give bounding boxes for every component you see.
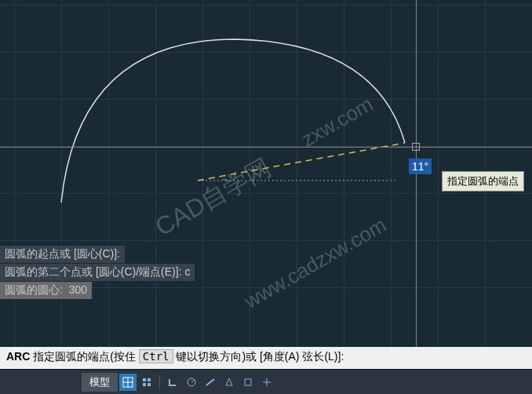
- active-command: ARC: [6, 350, 30, 363]
- history-line: 圆弧的起点或 [圆心(C)]:: [0, 246, 125, 263]
- svg-rect-12: [245, 379, 251, 385]
- dyn-input-icon[interactable]: [258, 374, 275, 391]
- isoplane-icon[interactable]: [202, 374, 219, 391]
- osnap-tracking-icon[interactable]: [239, 374, 257, 391]
- snap-mode-icon[interactable]: [138, 374, 155, 391]
- command-input-bar[interactable]: ARC 指定圆弧的端点(按住 Ctrl 键以切换方向)或 [角度(A) 弦长(L…: [0, 347, 532, 369]
- svg-rect-6: [148, 378, 151, 381]
- svg-line-0: [198, 143, 405, 181]
- ortho-mode-icon[interactable]: [164, 374, 181, 391]
- cursor-pickbox: [412, 143, 420, 151]
- angle-unit: °: [425, 160, 429, 173]
- crosshair-horizontal: [0, 147, 532, 148]
- grid-toggle-icon[interactable]: [119, 374, 137, 391]
- model-tab-button[interactable]: 模型: [82, 373, 118, 392]
- dynamic-angle-input[interactable]: 11°: [409, 159, 432, 174]
- dynamic-prompt-tooltip: 指定圆弧的端点: [442, 171, 524, 192]
- history-line: 圆弧的第二个点或 [圆心(C)/端点(E)]: c: [0, 264, 195, 281]
- status-bar: 模型: [0, 370, 532, 394]
- svg-rect-7: [143, 383, 146, 386]
- command-history: 圆弧的起点或 [圆心(C)]: 圆弧的第二个点或 [圆心(C)/端点(E)]: …: [0, 246, 195, 300]
- command-prompt-text: 键以切换方向)或 [角度(A) 弦长(L)]:: [176, 350, 344, 363]
- object-snap-icon[interactable]: [220, 374, 238, 391]
- key-hint: Ctrl: [139, 349, 173, 363]
- svg-line-11: [206, 379, 214, 385]
- svg-rect-5: [143, 378, 146, 381]
- drawing-canvas[interactable]: CAD自学网 www.cadzxw.com zxw.com 11° 指定圆弧的端…: [0, 0, 532, 347]
- angle-value: 11: [412, 160, 425, 173]
- polar-tracking-icon[interactable]: [183, 374, 200, 391]
- command-prompt-text: 指定圆弧的端点(按住: [33, 350, 136, 363]
- history-line: 圆弧的圆心: 300: [0, 282, 92, 299]
- svg-rect-8: [148, 383, 151, 386]
- svg-line-10: [191, 380, 195, 382]
